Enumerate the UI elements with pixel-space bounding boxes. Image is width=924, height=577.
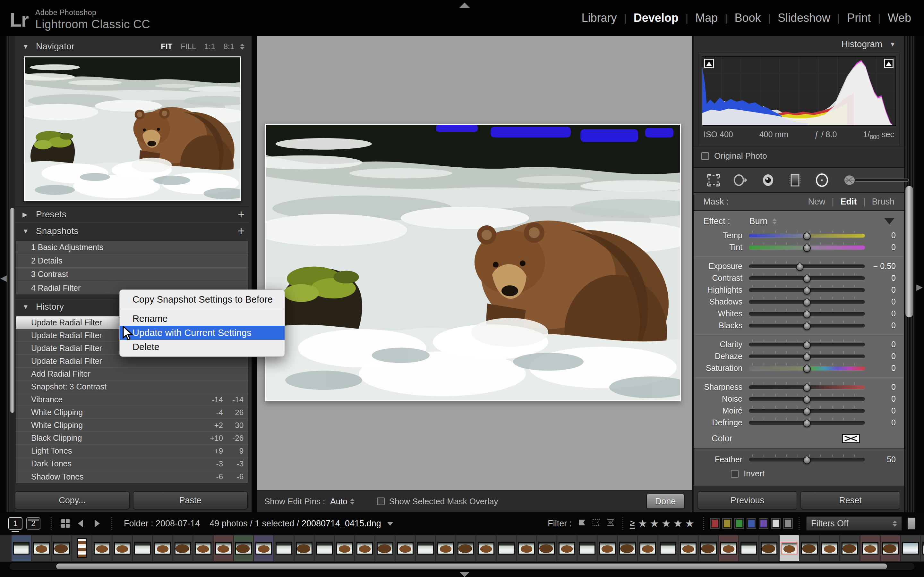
- filmstrip-thumbnail[interactable]: [638, 535, 657, 561]
- filters-preset-dropdown[interactable]: Filters Off: [806, 516, 902, 531]
- snapshot-row[interactable]: 1 Basic Adjustments: [16, 241, 248, 254]
- history-row[interactable]: Snapshot: 3 Contrast: [16, 380, 248, 393]
- dehaze-slider-handle[interactable]: [803, 353, 811, 361]
- red-eye-tool-icon[interactable]: [760, 172, 776, 189]
- filmstrip-scrollbar[interactable]: [56, 564, 887, 569]
- filmstrip-thumbnail[interactable]: [355, 535, 375, 561]
- filmstrip-thumbnail[interactable]: [840, 535, 859, 561]
- defringe-slider-value[interactable]: 0: [865, 418, 896, 427]
- color-chip[interactable]: [711, 519, 719, 528]
- dehaze-slider-value[interactable]: 0: [865, 351, 896, 361]
- nav-item-library[interactable]: Library: [574, 11, 624, 25]
- feather-slider-track[interactable]: [749, 458, 865, 462]
- blacks-slider-value[interactable]: 0: [865, 321, 896, 330]
- original-photo-checkbox[interactable]: [701, 152, 709, 160]
- snapshot-row[interactable]: 3 Contrast: [16, 268, 248, 281]
- nav-item-print[interactable]: Print: [840, 11, 878, 25]
- sharpness-slider-track[interactable]: [749, 385, 865, 389]
- effect-collapse-icon[interactable]: [884, 218, 895, 224]
- filmstrip-thumbnail[interactable]: [436, 535, 455, 561]
- history-row[interactable]: Vibrance-14-14: [16, 393, 248, 406]
- histogram-plot[interactable]: [702, 56, 896, 126]
- tint-slider-value[interactable]: 0: [865, 243, 896, 252]
- saturation-slider-value[interactable]: 0: [865, 364, 896, 373]
- zoom-mode-fill[interactable]: FILL: [181, 42, 196, 51]
- whites-slider-value[interactable]: 0: [865, 309, 896, 318]
- unflagged-flag-icon[interactable]: [591, 518, 602, 529]
- history-row[interactable]: White Clipping+230: [16, 419, 248, 432]
- temp-slider-track[interactable]: [749, 234, 865, 237]
- filmstrip-thumbnail[interactable]: [658, 535, 678, 561]
- nav-item-web[interactable]: Web: [881, 11, 918, 25]
- color-chip[interactable]: [772, 519, 780, 528]
- color-chip[interactable]: [784, 519, 792, 528]
- zoom-mode-8-1[interactable]: 8:1: [224, 42, 234, 51]
- saturation-slider-handle[interactable]: [803, 365, 811, 373]
- color-chip[interactable]: [759, 519, 768, 528]
- reject-flag-icon[interactable]: [605, 518, 616, 529]
- filmstrip-thumbnail[interactable]: [517, 535, 536, 561]
- filmstrip-thumbnail[interactable]: [699, 535, 718, 561]
- previous-button[interactable]: Previous: [698, 491, 797, 510]
- filmstrip-thumbnail[interactable]: [153, 535, 172, 561]
- menu-item-update-with-current-settings[interactable]: Update with Current Settings: [120, 326, 284, 340]
- highlights-slider-value[interactable]: 0: [865, 285, 896, 295]
- color-chip[interactable]: [723, 519, 731, 528]
- histogram-disclosure-icon[interactable]: ▼: [889, 41, 896, 48]
- paste-button[interactable]: Paste: [133, 491, 248, 510]
- reset-button[interactable]: Reset: [800, 491, 900, 510]
- add-snapshot-button[interactable]: +: [238, 226, 244, 237]
- menu-item-delete[interactable]: Delete: [120, 340, 284, 354]
- hide-filmstrip-arrow-icon[interactable]: [459, 572, 470, 577]
- noise-slider-value[interactable]: 0: [865, 394, 896, 404]
- history-disclosure-icon[interactable]: ▼: [23, 303, 36, 311]
- source-dropdown-caret-icon[interactable]: [387, 522, 393, 526]
- crop-tool-icon[interactable]: [706, 172, 720, 189]
- filmstrip-thumbnail[interactable]: [618, 535, 637, 561]
- next-photo-arrow-icon[interactable]: [92, 519, 102, 528]
- blacks-slider-handle[interactable]: [803, 322, 811, 330]
- selected-filename[interactable]: 20080714_0415.dng: [302, 519, 381, 528]
- main-window-button[interactable]: 1: [8, 517, 23, 530]
- moiré-slider-track[interactable]: [749, 409, 865, 413]
- spot-removal-tool-icon[interactable]: [733, 172, 748, 189]
- filmstrip-thumbnail[interactable]: [861, 535, 880, 561]
- add-preset-button[interactable]: +: [238, 209, 244, 220]
- defringe-slider-handle[interactable]: [803, 420, 811, 427]
- filmstrip-thumbnail[interactable]: [497, 535, 516, 561]
- tint-slider-track[interactable]: [749, 245, 865, 250]
- show-edit-pins-value[interactable]: Auto: [330, 496, 347, 506]
- noise-slider-handle[interactable]: [803, 396, 811, 404]
- right-panel-scrollbar[interactable]: [905, 186, 913, 318]
- filmstrip-thumbnail[interactable]: [294, 535, 314, 561]
- pick-flag-icon[interactable]: [577, 518, 588, 529]
- navigator-header[interactable]: ▼ Navigator FITFILL1:18:1: [10, 39, 252, 55]
- filmstrip-thumbnail[interactable]: [52, 535, 71, 561]
- history-row[interactable]: Add Radial Filter: [16, 367, 248, 380]
- filmstrip-thumbnail[interactable]: [11, 535, 31, 561]
- clarity-slider-handle[interactable]: [803, 342, 811, 349]
- filmstrip-thumbnail[interactable]: [416, 535, 435, 561]
- menu-item-copy-snapshot-settings-to-before[interactable]: Copy Snapshot Settings to Before: [120, 292, 284, 306]
- color-chip[interactable]: [747, 519, 756, 528]
- done-button[interactable]: Done: [646, 494, 685, 509]
- clarity-slider-track[interactable]: [749, 343, 865, 347]
- filmstrip-thumbnail[interactable]: [557, 535, 577, 561]
- menu-item-rename[interactable]: Rename: [120, 311, 284, 326]
- filmstrip-thumbnail[interactable]: [456, 535, 475, 561]
- noise-slider-track[interactable]: [749, 397, 865, 401]
- filmstrip-thumbnail[interactable]: [214, 535, 233, 561]
- nav-item-develop[interactable]: Develop: [627, 11, 686, 25]
- navigator-disclosure-icon[interactable]: ▼: [23, 43, 36, 50]
- copy-button[interactable]: Copy...: [15, 491, 129, 510]
- filmstrip-thumbnail[interactable]: [678, 535, 698, 561]
- collapse-right-panel-arrow-icon[interactable]: ▶: [916, 282, 923, 292]
- whites-slider-handle[interactable]: [803, 311, 811, 318]
- rating-operator[interactable]: ≥: [630, 519, 635, 529]
- sharpness-slider-handle[interactable]: [803, 384, 811, 392]
- filmstrip-thumbnail[interactable]: [194, 535, 213, 561]
- filmstrip-thumbnail[interactable]: [92, 535, 111, 561]
- filmstrip-thumbnail[interactable]: [396, 535, 415, 561]
- nav-item-slideshow[interactable]: Slideshow: [771, 11, 837, 25]
- filmstrip-thumbnail[interactable]: [901, 535, 920, 561]
